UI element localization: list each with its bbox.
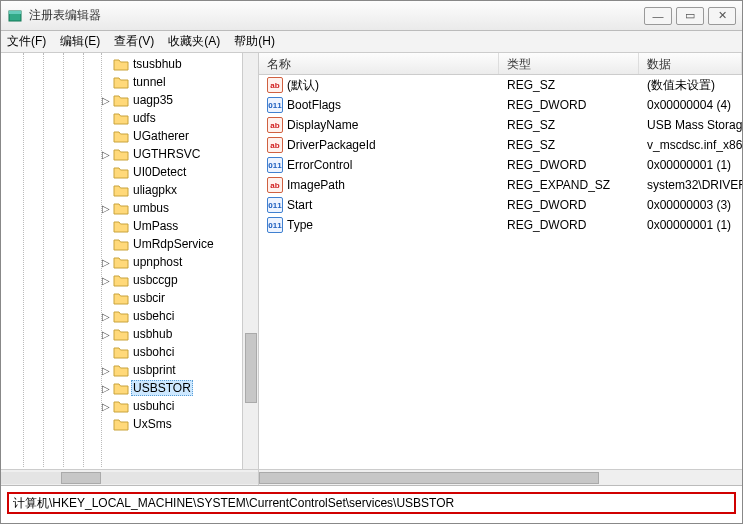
tree-item-label: USBSTOR [131,380,193,396]
tree-item-label: usbohci [131,345,176,359]
folder-icon [113,183,129,197]
menu-file[interactable]: 文件(F) [7,33,46,50]
dword-value-icon: 011 [267,197,283,213]
folder-icon [113,75,129,89]
value-data: USB Mass Storage [639,118,742,132]
tree-item-label: UGTHRSVC [131,147,202,161]
tree-item-label: tunnel [131,75,168,89]
value-row[interactable]: ab(默认)REG_SZ(数值未设置) [259,75,742,95]
dword-value-icon: 011 [267,157,283,173]
value-row[interactable]: 011BootFlagsREG_DWORD0x00000004 (4) [259,95,742,115]
value-name: ImagePath [287,178,345,192]
value-type: REG_DWORD [499,198,639,212]
status-bar: 计算机\HKEY_LOCAL_MACHINE\SYSTEM\CurrentCon… [1,485,742,521]
main-content: tsusbhubtunnel▷uagp35udfsUGatherer▷UGTHR… [1,53,742,485]
tree-hscroll-thumb[interactable] [61,472,101,484]
folder-icon [113,57,129,71]
expand-icon[interactable]: ▷ [101,257,111,268]
tree-item-label: udfs [131,111,158,125]
value-data: v_mscdsc.inf_x86_n [639,138,742,152]
menu-view[interactable]: 查看(V) [114,33,154,50]
folder-icon [113,381,129,395]
expand-icon[interactable]: ▷ [101,149,111,160]
tree-item-label: UGatherer [131,129,191,143]
path-display: 计算机\HKEY_LOCAL_MACHINE\SYSTEM\CurrentCon… [7,492,736,514]
menu-favorites[interactable]: 收藏夹(A) [168,33,220,50]
values-horizontal-scrollbar[interactable] [259,469,742,485]
title-bar: 注册表编辑器 — ▭ ✕ [1,1,742,31]
column-header-type[interactable]: 类型 [499,53,639,74]
value-data: 0x00000004 (4) [639,98,742,112]
regedit-icon [7,8,23,24]
folder-icon [113,309,129,323]
value-name: ErrorControl [287,158,352,172]
column-header-name[interactable]: 名称 [259,53,499,74]
folder-icon [113,165,129,179]
value-row[interactable]: abDriverPackageIdREG_SZv_mscdsc.inf_x86_… [259,135,742,155]
value-data: 0x00000001 (1) [639,158,742,172]
value-row[interactable]: 011ErrorControlREG_DWORD0x00000001 (1) [259,155,742,175]
value-row[interactable]: 011StartREG_DWORD0x00000003 (3) [259,195,742,215]
value-type: REG_SZ [499,118,639,132]
expand-icon[interactable]: ▷ [101,365,111,376]
tree-item-label: usbcir [131,291,167,305]
string-value-icon: ab [267,117,283,133]
maximize-button[interactable]: ▭ [676,7,704,25]
value-name: Type [287,218,313,232]
tree-pane: tsusbhubtunnel▷uagp35udfsUGatherer▷UGTHR… [1,53,259,485]
expand-icon[interactable]: ▷ [101,95,111,106]
value-name: Start [287,198,312,212]
tree-item-label: UxSms [131,417,174,431]
minimize-button[interactable]: — [644,7,672,25]
tree-item-label: usbuhci [131,399,176,413]
value-name: DriverPackageId [287,138,376,152]
tree-horizontal-scrollbar[interactable] [1,469,258,485]
value-name: BootFlags [287,98,341,112]
folder-icon [113,345,129,359]
expand-icon[interactable]: ▷ [101,311,111,322]
tree-item-label: usbprint [131,363,178,377]
folder-icon [113,417,129,431]
expand-icon[interactable]: ▷ [101,275,111,286]
value-row[interactable]: abDisplayNameREG_SZUSB Mass Storage [259,115,742,135]
value-data: 0x00000003 (3) [639,198,742,212]
expand-icon[interactable]: ▷ [101,383,111,394]
menu-help[interactable]: 帮助(H) [234,33,275,50]
expand-icon[interactable]: ▷ [101,401,111,412]
value-row[interactable]: 011TypeREG_DWORD0x00000001 (1) [259,215,742,235]
values-hscroll-thumb[interactable] [259,472,599,484]
tree-item-label: UmPass [131,219,180,233]
tree-vertical-scrollbar[interactable] [242,53,258,469]
value-type: REG_SZ [499,78,639,92]
folder-icon [113,327,129,341]
values-header: 名称 类型 数据 [259,53,742,75]
tree-vscroll-thumb[interactable] [245,333,257,403]
value-data: 0x00000001 (1) [639,218,742,232]
dword-value-icon: 011 [267,97,283,113]
tree-item-label: uagp35 [131,93,175,107]
folder-icon [113,291,129,305]
folder-icon [113,237,129,251]
value-type: REG_DWORD [499,218,639,232]
folder-icon [113,219,129,233]
menu-edit[interactable]: 编辑(E) [60,33,100,50]
tree-guide-lines [1,53,101,467]
tree-item-label: usbccgp [131,273,180,287]
value-type: REG_DWORD [499,158,639,172]
string-value-icon: ab [267,77,283,93]
close-button[interactable]: ✕ [708,7,736,25]
tree-item-label: UmRdpService [131,237,216,251]
svg-rect-1 [9,11,21,14]
folder-icon [113,201,129,215]
tree-item-label: upnphost [131,255,184,269]
folder-icon [113,273,129,287]
tree-item-label: uliagpkx [131,183,179,197]
value-row[interactable]: abImagePathREG_EXPAND_SZsystem32\DRIVERS [259,175,742,195]
path-text: 计算机\HKEY_LOCAL_MACHINE\SYSTEM\CurrentCon… [13,495,454,512]
expand-icon[interactable]: ▷ [101,203,111,214]
column-header-data[interactable]: 数据 [639,53,742,74]
tree-item-label: umbus [131,201,171,215]
expand-icon[interactable]: ▷ [101,329,111,340]
folder-icon [113,93,129,107]
tree-item-label: usbhub [131,327,174,341]
